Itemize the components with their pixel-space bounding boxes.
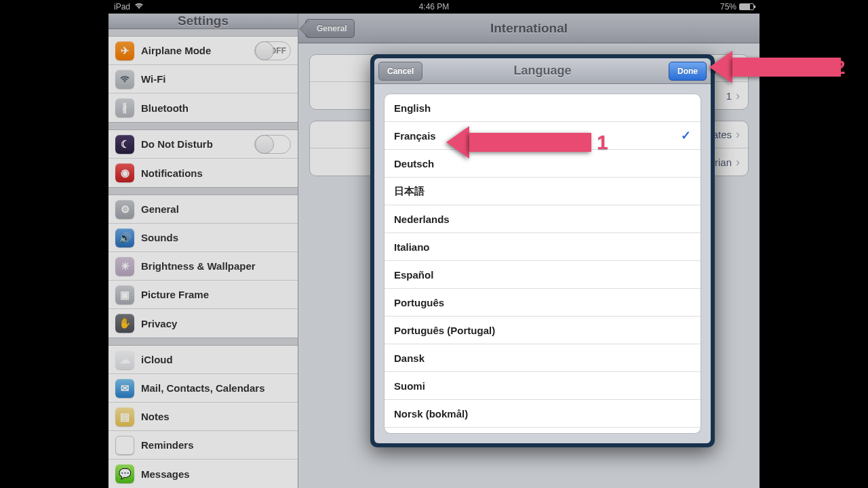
checkmark-icon: ✓ bbox=[681, 128, 691, 143]
sidebar-item-brightness[interactable]: ☀ Brightness & Wallpaper bbox=[108, 252, 298, 281]
language-label: Français bbox=[394, 130, 436, 142]
wifi-settings-icon bbox=[115, 70, 134, 89]
sidebar-item-wifi[interactable]: Wi-Fi bbox=[108, 65, 298, 94]
settings-sidebar: Settings ✈ Airplane Mode OFF Wi-Fi ∦ Blu… bbox=[108, 14, 298, 488]
sidebar-item-general[interactable]: ⚙ General bbox=[108, 195, 298, 224]
language-option[interactable]: Deutsch bbox=[384, 150, 701, 178]
sidebar-item-notes[interactable]: ▤ Notes bbox=[108, 403, 298, 431]
language-option[interactable]: Français✓ bbox=[384, 122, 701, 150]
back-button[interactable]: General bbox=[305, 19, 355, 38]
chevron-right-icon: › bbox=[736, 61, 740, 75]
hand-icon: ✋ bbox=[115, 314, 134, 333]
airplane-icon: ✈ bbox=[115, 41, 134, 60]
language-label: English bbox=[394, 102, 431, 114]
sidebar-navbar: Settings bbox=[108, 14, 298, 29]
chevron-right-icon: › bbox=[736, 127, 740, 142]
detail-title: International bbox=[490, 21, 568, 36]
language-label: Suomi bbox=[394, 380, 425, 392]
sidebar-item-icloud[interactable]: ☁ iCloud bbox=[108, 346, 298, 374]
notifications-icon: ◉ bbox=[115, 163, 134, 182]
sidebar-item-label: Do Not Disturb bbox=[141, 138, 248, 150]
sidebar-item-label: Wi-Fi bbox=[141, 73, 291, 85]
language-option[interactable]: Dansk bbox=[384, 344, 701, 372]
sidebar-item-label: Picture Frame bbox=[141, 289, 291, 300]
sidebar-title: Settings bbox=[178, 14, 229, 28]
sidebar-item-notifications[interactable]: ◉ Notifications bbox=[108, 159, 298, 187]
language-option[interactable]: Nederlands bbox=[384, 205, 701, 233]
brightness-icon: ☀ bbox=[115, 257, 134, 276]
language-label: Nederlands bbox=[394, 214, 450, 225]
sidebar-item-dnd[interactable]: ☾ Do Not Disturb bbox=[108, 130, 298, 159]
sidebar-item-label: Messages bbox=[141, 468, 291, 480]
sidebar-item-label: General bbox=[141, 203, 291, 215]
battery-icon bbox=[739, 3, 754, 10]
mail-icon: ✉ bbox=[115, 379, 134, 398]
language-label: Español bbox=[394, 269, 433, 281]
popover-navbar: Cancel Language Done bbox=[374, 58, 711, 84]
popover-title: Language bbox=[513, 64, 571, 78]
sidebar-item-label: Reminders bbox=[141, 439, 291, 451]
language-label: Dansk bbox=[394, 352, 425, 364]
chevron-right-icon: › bbox=[736, 89, 740, 103]
row-value: 1 bbox=[726, 90, 732, 102]
sidebar-item-label: Airplane Mode bbox=[141, 45, 248, 56]
device-label: iPad bbox=[114, 2, 130, 12]
sidebar-item-picture-frame[interactable]: ▣ Picture Frame bbox=[108, 281, 298, 309]
language-option[interactable]: Español bbox=[384, 261, 701, 289]
sidebar-item-label: iCloud bbox=[141, 354, 291, 365]
language-option[interactable]: Suomi bbox=[384, 372, 701, 400]
language-label: Italiano bbox=[394, 241, 430, 253]
battery-pct: 75% bbox=[720, 2, 736, 12]
language-option[interactable]: Português bbox=[384, 289, 701, 317]
language-label: Português bbox=[394, 297, 444, 308]
status-bar: iPad 4:46 PM 75% bbox=[108, 0, 760, 14]
chevron-right-icon: › bbox=[736, 155, 740, 169]
sidebar-item-bluetooth[interactable]: ∦ Bluetooth bbox=[108, 94, 298, 122]
dnd-toggle[interactable] bbox=[254, 135, 291, 154]
messages-icon: 💬 bbox=[115, 464, 134, 483]
language-label: 日本語 bbox=[394, 185, 425, 198]
sidebar-item-label: Mail, Contacts, Calendars bbox=[141, 382, 291, 394]
cancel-button[interactable]: Cancel bbox=[378, 62, 422, 81]
reminders-icon: ☑ bbox=[115, 436, 134, 455]
speaker-icon: 🔊 bbox=[115, 228, 134, 247]
sidebar-item-label: Notifications bbox=[141, 167, 291, 179]
sidebar-item-reminders[interactable]: ☑ Reminders bbox=[108, 431, 298, 460]
wifi-icon bbox=[134, 2, 144, 12]
language-option[interactable]: Português (Portugal) bbox=[384, 317, 701, 344]
sidebar-item-label: Bluetooth bbox=[141, 102, 291, 114]
sidebar-item-airplane[interactable]: ✈ Airplane Mode OFF bbox=[108, 37, 298, 65]
sidebar-item-label: Brightness & Wallpaper bbox=[141, 260, 291, 272]
language-label: Deutsch bbox=[394, 158, 434, 169]
sidebar-item-label: Sounds bbox=[141, 232, 291, 243]
popover-body: EnglishFrançais✓Deutsch日本語NederlandsItal… bbox=[374, 84, 711, 443]
sidebar-item-label: Notes bbox=[141, 411, 291, 422]
language-list[interactable]: EnglishFrançais✓Deutsch日本語NederlandsItal… bbox=[384, 94, 701, 434]
clock: 4:46 PM bbox=[419, 2, 450, 12]
airplane-toggle[interactable]: OFF bbox=[254, 41, 291, 60]
sidebar-item-label: Privacy bbox=[141, 318, 291, 329]
annotation-label: 2 bbox=[834, 56, 846, 79]
picture-frame-icon: ▣ bbox=[115, 285, 134, 304]
sidebar-item-mail[interactable]: ✉ Mail, Contacts, Calendars bbox=[108, 374, 298, 403]
cloud-icon: ☁ bbox=[115, 350, 134, 369]
detail-navbar: General International bbox=[298, 14, 760, 43]
language-label: Português (Portugal) bbox=[394, 325, 495, 336]
language-option[interactable]: English bbox=[384, 94, 701, 122]
moon-icon: ☾ bbox=[115, 135, 134, 154]
sidebar-item-sounds[interactable]: 🔊 Sounds bbox=[108, 224, 298, 252]
notes-icon: ▤ bbox=[115, 407, 134, 426]
language-label: Norsk (bokmål) bbox=[394, 408, 468, 420]
bluetooth-icon: ∦ bbox=[115, 98, 134, 117]
sidebar-item-privacy[interactable]: ✋ Privacy bbox=[108, 309, 298, 338]
language-popover: Cancel Language Done EnglishFrançais✓Deu… bbox=[370, 54, 715, 447]
language-option[interactable]: 日本語 bbox=[384, 178, 701, 205]
sidebar-item-messages[interactable]: 💬 Messages bbox=[108, 460, 298, 488]
language-option[interactable]: Norsk (bokmål) bbox=[384, 400, 701, 428]
ipad-screen: iPad 4:46 PM 75% Settings ✈ Airplane Mod… bbox=[108, 0, 760, 488]
done-button[interactable]: Done bbox=[669, 62, 707, 81]
gear-icon: ⚙ bbox=[115, 200, 134, 219]
language-option[interactable]: Italiano bbox=[384, 233, 701, 261]
